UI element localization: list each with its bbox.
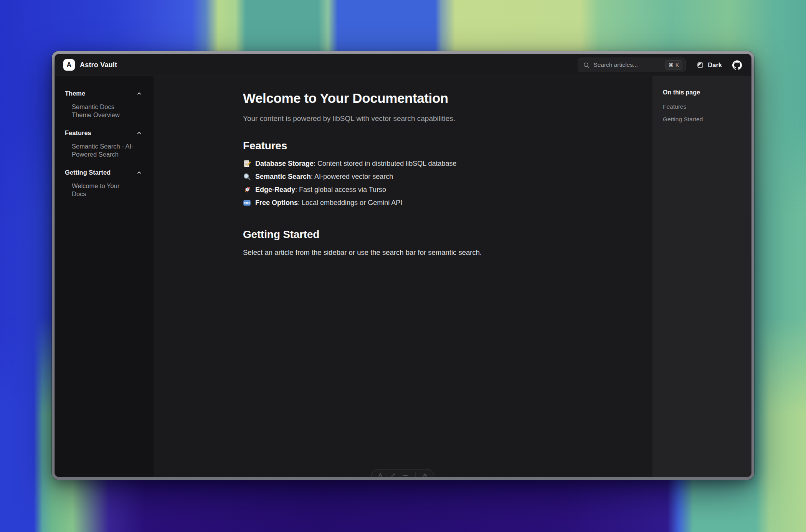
sidebar-section-label: Features [65,129,91,137]
settings-gear-icon[interactable] [422,473,428,477]
feature-item-free-options: FREE Free Options: Local embeddings or G… [243,199,629,207]
feature-label: Database Storage [255,160,314,167]
getting-started-text: Select an article from the sidebar or us… [243,248,629,257]
docs-app: A Astro Vault Search articles... ⌘ K Dar… [55,54,751,477]
sidebar-item-semantic-docs-theme-overview[interactable]: Semantic Docs Theme Overview [72,103,135,119]
feature-item-database-storage: Database Storage: Content stored in dist… [243,160,629,168]
magnifier-emoji-icon [243,173,251,181]
github-icon [732,60,742,70]
brand-name: Astro Vault [80,61,117,69]
astro-dev-toolbar [371,469,435,477]
dev-toolbar-pill [371,469,434,477]
chevron-up-icon [136,170,142,175]
sidebar-item-welcome-to-your-docs[interactable]: Welcome to Your Docs [72,182,135,198]
sidebar-section-label: Getting Started [65,169,111,176]
page-subtitle: Your content is powered by libSQL with v… [243,114,629,123]
sidebar-nav: Theme Semantic Docs Theme Overview Featu… [55,76,154,477]
astro-vault-logo: A [63,59,75,71]
svg-text:FREE: FREE [244,202,250,204]
search-placeholder: Search articles... [593,61,661,68]
feature-item-edge-ready: Edge-Ready: Fast global access via Turso [243,186,629,194]
search-shortcut-badge: ⌘ K [665,60,682,70]
chevron-up-icon [136,130,142,136]
feature-label: Free Options [255,199,298,207]
rocket-emoji-icon [243,186,251,194]
chevron-up-icon [136,91,142,96]
toc-link-getting-started[interactable]: Getting Started [663,116,747,123]
sidebar-item-semantic-search[interactable]: Semantic Search - AI-Powered Search [72,142,135,159]
free-emoji-icon: FREE [243,199,251,207]
dev-toolbar-divider [415,472,415,477]
browser-window: A Astro Vault Search articles... ⌘ K Dar… [52,51,754,480]
feature-text: : Local embeddings or Gemini API [298,199,402,207]
page-title: Welcome to Your Documentation [243,91,629,106]
astro-logo-icon[interactable] [378,473,383,477]
content-row: Theme Semantic Docs Theme Overview Featu… [55,76,751,477]
theme-toggle-label: Dark [708,61,722,69]
brand[interactable]: A Astro Vault [63,59,117,71]
features-list: Database Storage: Content stored in dist… [243,160,629,207]
on-this-page-panel: On this page Features Getting Started [652,76,751,477]
app-header: A Astro Vault Search articles... ⌘ K Dar… [55,54,751,76]
search-input[interactable]: Search articles... ⌘ K [578,58,686,72]
features-heading: Features [243,140,629,152]
audit-icon[interactable] [403,473,408,477]
getting-started-heading: Getting Started [243,228,629,241]
feature-text: : Fast global access via Turso [295,186,386,193]
theme-swatch-icon [696,61,704,69]
header-actions: Search articles... ⌘ K Dark [578,58,742,72]
feature-item-semantic-search: Semantic Search: AI-powered vector searc… [243,173,629,181]
main-content: Welcome to Your Documentation Your conte… [154,76,652,477]
github-button[interactable] [732,60,742,70]
toc-title: On this page [663,89,747,96]
feature-text: : Content stored in distributed libSQL d… [314,160,457,167]
sidebar-section-label: Theme [65,90,85,97]
memo-emoji-icon [243,160,251,168]
feature-text: : AI-powered vector search [311,173,393,180]
search-icon [583,62,590,68]
sidebar-section-theme[interactable]: Theme [65,90,144,97]
feature-label: Edge-Ready [255,186,295,193]
theme-toggle-button[interactable]: Dark [696,61,722,69]
toc-link-features[interactable]: Features [663,103,747,110]
inspect-icon[interactable] [390,473,396,477]
sidebar-section-getting-started[interactable]: Getting Started [65,169,144,176]
feature-label: Semantic Search [255,173,311,180]
sidebar-section-features[interactable]: Features [65,129,144,137]
